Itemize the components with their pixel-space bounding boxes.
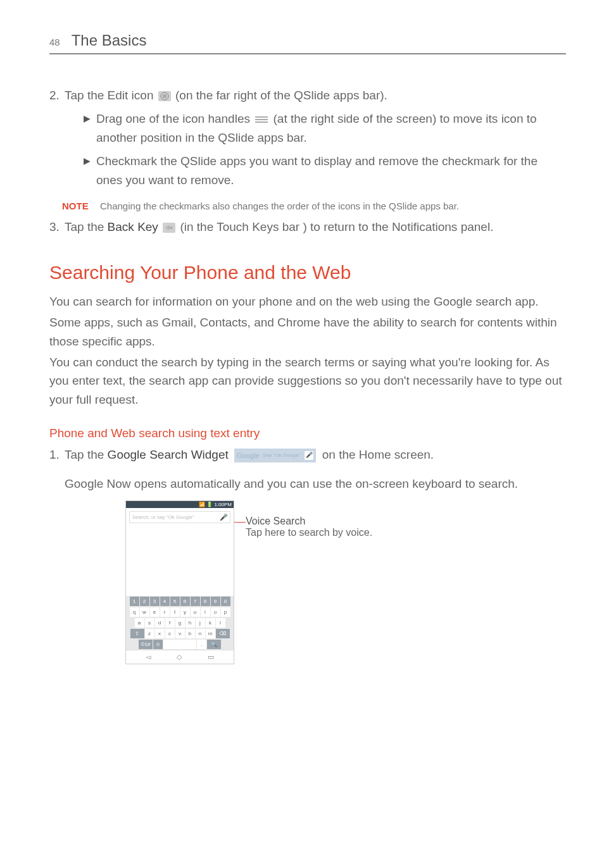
paragraph-1: You can search for information on your p… — [49, 292, 566, 311]
callout-title: Voice Search — [246, 516, 372, 527]
page-number: 48 — [49, 37, 60, 47]
nav-back-icon[interactable]: ◅ — [146, 653, 151, 661]
key-q[interactable]: q — [130, 607, 139, 617]
widget-say-label: Say "Ok Google" — [263, 452, 301, 459]
paragraph-3: You can conduct the search by typing in … — [49, 353, 566, 409]
key-0[interactable]: 0 — [221, 597, 230, 606]
nav-home-icon[interactable]: ◇ — [177, 653, 182, 661]
edit-icon — [158, 91, 171, 101]
key-e[interactable]: e — [150, 607, 160, 617]
key-x[interactable]: x — [155, 629, 165, 638]
sub-step-1: 1. Tap the Google Search Widget Google S… — [49, 445, 566, 493]
step-3-number: 3. — [49, 218, 65, 236]
key-3[interactable]: 3 — [150, 597, 160, 606]
key-i[interactable]: i — [201, 607, 210, 617]
key-5[interactable]: 5 — [170, 597, 180, 606]
sub-step-1-bold: Google Search Widget — [108, 448, 229, 461]
key-symbols[interactable]: ©1# — [139, 640, 153, 649]
voice-search-icon[interactable]: 🎤 — [220, 514, 227, 521]
results-area — [126, 526, 234, 596]
nav-recent-icon[interactable]: ▭ — [208, 653, 214, 661]
key-d[interactable]: d — [155, 618, 165, 628]
key-k[interactable]: k — [206, 618, 215, 628]
key-n[interactable]: n — [196, 629, 205, 638]
key-z[interactable]: z — [145, 629, 154, 638]
key-8[interactable]: 8 — [201, 597, 210, 606]
key-m[interactable]: m — [206, 629, 215, 638]
search-placeholder: Search, or say "Ok Google" — [132, 514, 194, 520]
widget-google-label: Google — [237, 450, 259, 461]
keyboard-row-3: ⇧ z x c v b n m ⌫ — [126, 628, 234, 639]
key-y[interactable]: y — [180, 607, 190, 617]
mic-icon: 🎤 — [305, 451, 313, 460]
bullet-icon: ▶ — [84, 152, 96, 189]
signal-icon: 📶 — [199, 502, 205, 507]
key-w[interactable]: w — [140, 607, 149, 617]
step-2-bullet-1: ▶ Drag one of the icon handles (at the r… — [84, 109, 566, 147]
key-r[interactable]: r — [160, 607, 170, 617]
key-p[interactable]: p — [221, 607, 230, 617]
bullet-1-before: Drag one of the icon handles — [96, 112, 253, 125]
figure-phone: 📶 🔋 1:00PM Search, or say "Ok Google" 🎤 … — [125, 500, 566, 664]
key-4[interactable]: 4 — [160, 597, 170, 606]
subsection-heading: Phone and Web search using text entry — [49, 426, 566, 440]
note-text: Changing the checkmarks also changes the… — [100, 201, 566, 211]
key-search[interactable]: 🔍 — [207, 640, 221, 649]
key-t[interactable]: t — [170, 607, 180, 617]
sub-step-1-after: on the Home screen. — [322, 448, 434, 461]
step-3-after: (in the Touch Keys bar ) to return to th… — [180, 220, 493, 233]
key-1[interactable]: 1 — [130, 597, 139, 606]
key-o[interactable]: o — [211, 607, 220, 617]
key-9[interactable]: 9 — [211, 597, 220, 606]
key-b[interactable]: b — [186, 629, 195, 638]
step-3: 3. Tap the Back Key (in the Touch Keys b… — [49, 218, 566, 236]
keyboard-row-1: q w e r t y u i o p — [126, 607, 234, 617]
key-s[interactable]: s — [145, 618, 154, 628]
step-2-text-after: (on the far right of the QSlide apps bar… — [175, 89, 387, 102]
key-space[interactable] — [163, 640, 196, 649]
key-2[interactable]: 2 — [140, 597, 149, 606]
step-2-text-before: Tap the Edit icon — [65, 89, 157, 102]
key-a[interactable]: a — [135, 618, 144, 628]
drag-handle-icon — [255, 115, 268, 125]
google-search-widget-icon: Google Say "Ok Google" 🎤 — [234, 449, 316, 462]
nav-bar: ◅ ◇ ▭ — [126, 650, 234, 664]
key-l[interactable]: l — [216, 618, 225, 628]
bullet-icon: ▶ — [84, 109, 96, 147]
header-title: The Basics — [72, 32, 147, 49]
key-6[interactable]: 6 — [180, 597, 190, 606]
sub-step-1-number: 1. — [49, 445, 65, 493]
keyboard[interactable]: 1 2 3 4 5 6 7 8 9 0 q w e r t y — [126, 596, 234, 650]
key-f[interactable]: f — [165, 618, 175, 628]
sub-step-1-before: Tap the — [65, 448, 108, 461]
phone-frame: 📶 🔋 1:00PM Search, or say "Ok Google" 🎤 … — [125, 500, 234, 664]
step-3-bold: Back Key — [108, 220, 158, 233]
back-key-icon — [163, 223, 175, 233]
note-label: NOTE — [62, 201, 100, 211]
bullet-2-text: Checkmark the QSlide apps you want to di… — [96, 152, 566, 189]
key-v[interactable]: v — [175, 629, 185, 638]
note-row: NOTE Changing the checkmarks also change… — [62, 201, 566, 211]
keyboard-number-row: 1 2 3 4 5 6 7 8 9 0 — [126, 596, 234, 607]
callout-text: Tap here to search by voice. — [246, 527, 372, 538]
key-7[interactable]: 7 — [191, 597, 200, 606]
key-c[interactable]: c — [165, 629, 175, 638]
step-2-number: 2. — [49, 86, 65, 194]
status-time: 1:00PM — [214, 502, 232, 507]
key-shift[interactable]: ⇧ — [130, 629, 144, 638]
key-h[interactable]: h — [186, 618, 195, 628]
keyboard-row-4: ©1# ☺ . 🔍 — [126, 639, 234, 650]
search-bar[interactable]: Search, or say "Ok Google" 🎤 — [129, 511, 230, 523]
key-period[interactable]: . — [197, 640, 206, 649]
key-j[interactable]: j — [196, 618, 205, 628]
key-g[interactable]: g — [175, 618, 185, 628]
step-2: 2. Tap the Edit icon (on the far right o… — [49, 86, 566, 194]
section-heading: Searching Your Phone and the Web — [49, 262, 566, 283]
key-backspace[interactable]: ⌫ — [216, 629, 230, 638]
key-u[interactable]: u — [191, 607, 200, 617]
key-emoji[interactable]: ☺ — [153, 640, 163, 649]
step-3-before: Tap the — [65, 220, 108, 233]
callout-voice-search: Voice Search Tap here to search by voice… — [246, 500, 372, 538]
callout-leader-line — [234, 522, 246, 523]
page-header: 48 The Basics — [49, 32, 566, 54]
